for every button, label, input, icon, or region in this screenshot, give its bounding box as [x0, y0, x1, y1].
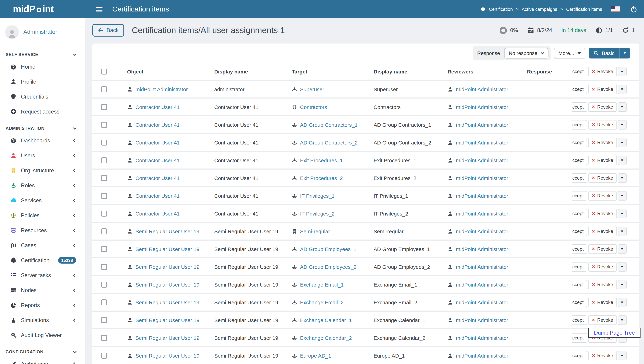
sidebar-item-profile[interactable]: Profile	[0, 74, 85, 89]
sidebar-item-audit-log-viewer[interactable]: Audit Log Viewer	[0, 328, 85, 342]
object-link[interactable]: Semi Regular User User 19	[135, 299, 199, 305]
row-accept-button[interactable]: Accept	[572, 333, 587, 342]
reviewer-link[interactable]: midPoint Administrator	[456, 282, 508, 288]
target-link[interactable]: Semi-regular	[300, 228, 330, 234]
target-link[interactable]: AD Group Employees_2	[300, 264, 356, 270]
user-name-link[interactable]: Administrator	[23, 28, 57, 35]
sidebar-item-home[interactable]: Home	[0, 59, 85, 74]
row-accept-button[interactable]: Accept	[572, 102, 587, 112]
section-header-administration[interactable]: ADMINISTRATION	[0, 124, 85, 133]
sidebar-item-services[interactable]: Services	[0, 193, 85, 208]
object-link[interactable]: Semi Regular User User 19	[135, 228, 199, 234]
row-accept-button[interactable]: Accept	[572, 315, 587, 325]
row-accept-button[interactable]: Accept	[572, 156, 587, 165]
column-header-reviewers[interactable]: Reviewers	[443, 68, 523, 74]
us-flag-language-icon[interactable]	[611, 6, 620, 12]
row-revoke-button[interactable]: Revoke	[588, 102, 617, 112]
sidebar-item-users[interactable]: Users	[0, 148, 85, 163]
search-mode-dropdown[interactable]	[619, 48, 630, 58]
logout-button[interactable]	[630, 6, 637, 12]
breadcrumb-item-active-campaigns[interactable]: Active campaigns	[522, 6, 557, 12]
row-revoke-button[interactable]: Revoke	[588, 138, 617, 147]
row-more-actions-button[interactable]	[618, 191, 626, 200]
sidebar-item-server-tasks[interactable]: Server tasks	[0, 268, 85, 283]
row-accept-button[interactable]: Accept	[572, 280, 587, 289]
object-link[interactable]: Contractor User 41	[135, 140, 179, 145]
row-revoke-button[interactable]: Revoke	[588, 315, 617, 325]
breadcrumb-item-certification-items[interactable]: Certification items	[566, 6, 602, 12]
reviewer-link[interactable]: midPoint Administrator	[456, 228, 508, 234]
row-revoke-button[interactable]: Revoke	[588, 84, 617, 94]
select-all-checkbox[interactable]	[101, 68, 107, 74]
row-revoke-button[interactable]: Revoke	[588, 226, 617, 236]
row-more-actions-button[interactable]	[618, 298, 626, 307]
row-accept-button[interactable]: Accept	[572, 298, 587, 307]
row-more-actions-button[interactable]	[618, 244, 626, 254]
row-accept-button[interactable]: Accept	[572, 209, 587, 218]
row-more-actions-button[interactable]	[618, 209, 626, 218]
row-checkbox[interactable]	[101, 175, 107, 181]
reviewer-link[interactable]: midPoint Administrator	[456, 193, 508, 198]
target-link[interactable]: Contractors	[300, 104, 327, 110]
column-header-response[interactable]: Response	[523, 68, 572, 74]
back-button[interactable]: Back	[92, 24, 124, 36]
row-more-actions-button[interactable]	[618, 351, 626, 360]
object-link[interactable]: midPoint Administrator	[135, 86, 188, 92]
target-link[interactable]: AD Group Contractors_2	[300, 140, 358, 145]
row-accept-button[interactable]: Accept	[572, 191, 587, 200]
target-link[interactable]: IT Privileges_2	[300, 210, 335, 216]
row-more-actions-button[interactable]	[618, 173, 626, 182]
row-revoke-button[interactable]: Revoke	[588, 298, 617, 307]
bulk-accept-button[interactable]: Accept	[572, 67, 587, 76]
section-header-configuration[interactable]: CONFIGURATION	[0, 348, 85, 356]
sidebar-item-cases[interactable]: Cases	[0, 238, 85, 253]
row-checkbox[interactable]	[101, 86, 107, 92]
row-accept-button[interactable]: Accept	[572, 226, 587, 236]
row-accept-button[interactable]: Accept	[572, 351, 587, 360]
reviewer-link[interactable]: midPoint Administrator	[456, 335, 508, 341]
breadcrumb-item-certification[interactable]: Certification	[489, 6, 513, 12]
dump-page-tree-button[interactable]: Dump Page Tree	[588, 328, 640, 338]
reviewer-link[interactable]: midPoint Administrator	[456, 86, 508, 92]
row-accept-button[interactable]: Accept	[572, 244, 587, 254]
basic-search-button[interactable]: Basic	[589, 48, 630, 58]
row-accept-button[interactable]: Accept	[572, 120, 587, 129]
row-more-actions-button[interactable]	[618, 226, 626, 236]
object-link[interactable]: Contractor User 41	[135, 122, 179, 128]
row-checkbox[interactable]	[101, 352, 107, 358]
object-link[interactable]: Semi Regular User User 19	[135, 282, 199, 288]
target-link[interactable]: AD Group Employees_1	[300, 246, 356, 252]
target-link[interactable]: Exchange Calendar_2	[300, 335, 352, 341]
row-checkbox[interactable]	[101, 104, 107, 110]
sidebar-item-request-access[interactable]: Request access	[0, 104, 85, 119]
sidebar-item-policies[interactable]: Policies	[0, 208, 85, 223]
target-link[interactable]: Exchange Email_1	[300, 282, 344, 288]
row-revoke-button[interactable]: Revoke	[588, 351, 617, 360]
row-accept-button[interactable]: Accept	[572, 138, 587, 147]
row-checkbox[interactable]	[101, 299, 107, 305]
object-link[interactable]: Contractor User 41	[135, 193, 179, 198]
row-more-actions-button[interactable]	[618, 315, 626, 325]
target-link[interactable]: Exit Procedures_2	[300, 175, 343, 181]
reviewer-link[interactable]: midPoint Administrator	[456, 352, 508, 358]
bulk-revoke-button[interactable]: Revoke	[588, 67, 617, 76]
target-link[interactable]: Exchange Email_2	[300, 299, 344, 305]
row-more-actions-button[interactable]	[618, 156, 626, 165]
row-more-actions-button[interactable]	[618, 262, 626, 272]
row-revoke-button[interactable]: Revoke	[588, 244, 617, 254]
object-link[interactable]: Semi Regular User User 19	[135, 264, 199, 270]
target-link[interactable]: IT Privileges_1	[300, 193, 335, 198]
sidebar-toggle-button[interactable]	[96, 6, 103, 13]
section-header-self-service[interactable]: SELF SERVICE	[0, 50, 85, 59]
row-checkbox[interactable]	[101, 210, 107, 216]
reviewer-link[interactable]: midPoint Administrator	[456, 210, 508, 216]
row-revoke-button[interactable]: Revoke	[588, 173, 617, 182]
row-checkbox[interactable]	[101, 122, 107, 128]
sidebar-item-org-structure[interactable]: Org. structure	[0, 163, 85, 178]
row-checkbox[interactable]	[101, 335, 107, 341]
sidebar-item-roles[interactable]: Roles	[0, 178, 85, 193]
target-link[interactable]: Exit Procedures_1	[300, 157, 343, 163]
reviewer-link[interactable]: midPoint Administrator	[456, 299, 508, 305]
bulk-more-actions-button[interactable]	[618, 67, 626, 76]
row-checkbox[interactable]	[101, 246, 107, 252]
